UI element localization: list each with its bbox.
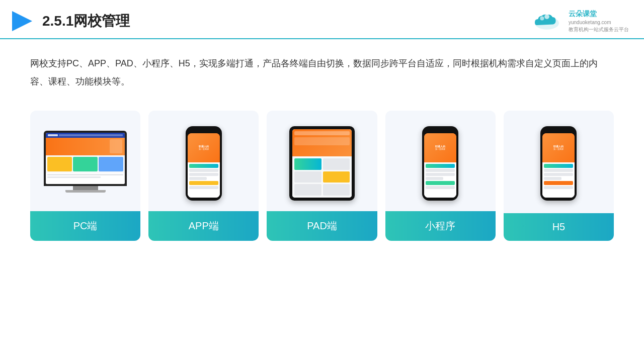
svg-marker-0 bbox=[12, 11, 32, 31]
h5-phone-mockup: 职通人的 第一堂网课 bbox=[540, 126, 577, 201]
description-text: 网校支持PC、APP、PAD、小程序、H5，实现多端打通，产品各终端自由切换，数… bbox=[0, 39, 644, 96]
play-icon bbox=[10, 9, 34, 33]
h5-image-area: 职通人的 第一堂网课 bbox=[504, 111, 614, 211]
card-pad-label: PAD端 bbox=[267, 211, 377, 241]
logo-url: yunduoketang.com bbox=[569, 19, 629, 26]
card-pc-label: PC端 bbox=[30, 211, 140, 241]
svg-point-3 bbox=[544, 14, 549, 19]
card-miniapp: 职通人的 第一堂网课 小程序 bbox=[385, 111, 496, 241]
svg-point-2 bbox=[540, 16, 544, 20]
pc-mockup bbox=[44, 131, 127, 196]
cloud-logo-icon bbox=[529, 11, 565, 31]
card-pad: PAD端 bbox=[267, 111, 377, 241]
card-h5-label: H5 bbox=[504, 213, 614, 241]
miniapp-phone-mockup: 职通人的 第一堂网课 bbox=[422, 126, 458, 201]
app-phone-mockup: 职通人的 第一堂网课 bbox=[186, 126, 222, 201]
page-title: 2.5.1网校管理 bbox=[42, 12, 130, 31]
header: 2.5.1网校管理 云朵课堂 yunduoketang.com 教育机构一站式服… bbox=[0, 0, 644, 39]
logo-area: 云朵课堂 yunduoketang.com 教育机构一站式服务云平台 bbox=[529, 9, 629, 33]
card-pc: PC端 bbox=[30, 111, 140, 241]
pc-image-area bbox=[30, 111, 140, 211]
pad-image-area bbox=[267, 111, 377, 211]
pad-tablet-mockup bbox=[289, 126, 355, 201]
description-content: 网校支持PC、APP、PAD、小程序、H5，实现多端打通，产品各终端自由切换，数… bbox=[30, 58, 598, 86]
card-app: 职通人的 第一堂网课 APP端 bbox=[148, 111, 259, 241]
logo-name: 云朵课堂 bbox=[569, 9, 629, 19]
app-image-area: 职通人的 第一堂网课 bbox=[148, 111, 259, 211]
logo-tagline: 教育机构一站式服务云平台 bbox=[569, 26, 629, 33]
logo-text: 云朵课堂 yunduoketang.com 教育机构一站式服务云平台 bbox=[569, 9, 629, 33]
card-h5: 职通人的 第一堂网课 H5 bbox=[504, 111, 614, 241]
card-app-label: APP端 bbox=[148, 211, 259, 241]
header-left: 2.5.1网校管理 bbox=[10, 9, 130, 33]
cards-container: PC端 职通人的 第一堂网课 bbox=[0, 96, 644, 251]
card-miniapp-label: 小程序 bbox=[385, 211, 496, 241]
miniapp-image-area: 职通人的 第一堂网课 bbox=[385, 111, 496, 211]
